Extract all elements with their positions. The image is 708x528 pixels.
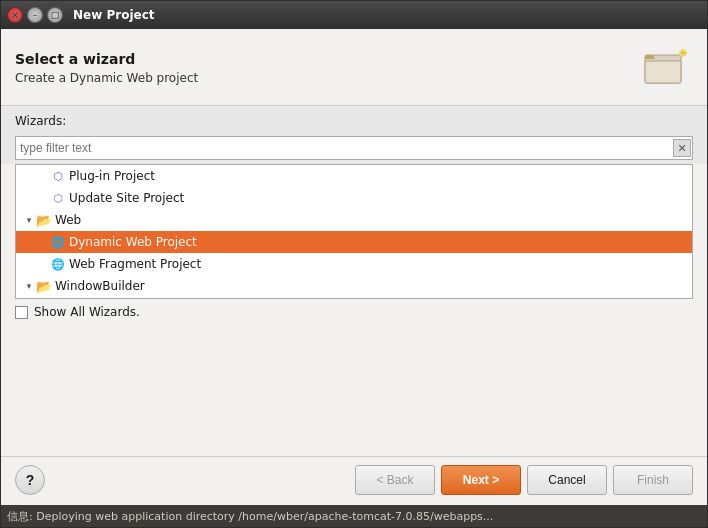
header-text: Select a wizard Create a Dynamic Web pro…: [15, 51, 639, 85]
tree-item-label: WindowBuilder: [55, 279, 145, 293]
update-site-icon: ⬡: [50, 190, 66, 206]
tree-item-label: Dynamic Web Project: [69, 235, 197, 249]
tree-item-dynamic-web[interactable]: 🌐 Dynamic Web Project: [16, 231, 692, 253]
svg-rect-1: [645, 61, 681, 83]
window-title: New Project: [73, 8, 155, 22]
plugin-icon: ⬡: [50, 168, 66, 184]
tree-item-web-fragment[interactable]: 🌐 Web Fragment Project: [16, 253, 692, 275]
help-button[interactable]: ?: [15, 465, 45, 495]
maximize-button[interactable]: □: [47, 7, 63, 23]
tree-item-label: Web: [55, 213, 81, 227]
tree-item-label: Plug-in Project: [69, 169, 155, 183]
tree-item-swt-designer[interactable]: 📁 SWT Designer: [16, 297, 692, 299]
show-all-checkbox[interactable]: [15, 306, 28, 319]
wizard-icon: [639, 41, 693, 95]
bottom-section: Show All Wizards.: [1, 299, 707, 323]
header-section: Select a wizard Create a Dynamic Web pro…: [1, 29, 707, 106]
show-all-row: Show All Wizards.: [15, 305, 693, 319]
tree-item-web-group[interactable]: 📂 Web: [16, 209, 692, 231]
folder-open-icon: 📂: [36, 213, 52, 227]
new-project-window: × – □ New Project Select a wizard Create…: [0, 0, 708, 528]
wizards-label: Wizards:: [1, 106, 707, 132]
filter-input-wrap[interactable]: ✕: [15, 136, 693, 160]
tree-item-label: Update Site Project: [69, 191, 184, 205]
show-all-label: Show All Wizards.: [34, 305, 140, 319]
filter-clear-button[interactable]: ✕: [673, 139, 691, 157]
filter-row: ✕: [1, 132, 707, 164]
dialog-content: Select a wizard Create a Dynamic Web pro…: [1, 29, 707, 505]
toggle-web[interactable]: [22, 213, 36, 227]
header-subtitle: Create a Dynamic Web project: [15, 71, 639, 85]
tree-item-update-site[interactable]: ⬡ Update Site Project: [16, 187, 692, 209]
back-button[interactable]: < Back: [355, 465, 435, 495]
dynamic-web-icon: 🌐: [50, 234, 66, 250]
close-button[interactable]: ×: [7, 7, 23, 23]
tree-area[interactable]: ⬡ Plug-in Project ⬡ Update Site Project …: [15, 164, 693, 299]
cancel-button[interactable]: Cancel: [527, 465, 607, 495]
titlebar-buttons: × – □: [7, 7, 63, 23]
tree-item-plugin-project[interactable]: ⬡ Plug-in Project: [16, 165, 692, 187]
status-bar: 信息: Deploying web application directory …: [1, 505, 707, 527]
button-bar: ? < Back Next > Cancel Finish: [1, 456, 707, 505]
titlebar: × – □ New Project: [1, 1, 707, 29]
toggle-windowbuilder[interactable]: [22, 279, 36, 293]
finish-button[interactable]: Finish: [613, 465, 693, 495]
header-title: Select a wizard: [15, 51, 639, 67]
tree-item-label: Web Fragment Project: [69, 257, 201, 271]
next-button[interactable]: Next >: [441, 465, 521, 495]
filter-input[interactable]: [16, 141, 672, 155]
folder-open-icon2: 📂: [36, 279, 52, 293]
status-text: 信息: Deploying web application directory …: [7, 509, 493, 524]
tree-item-windowbuilder[interactable]: 📂 WindowBuilder: [16, 275, 692, 297]
web-frag-icon: 🌐: [50, 256, 66, 272]
minimize-button[interactable]: –: [27, 7, 43, 23]
